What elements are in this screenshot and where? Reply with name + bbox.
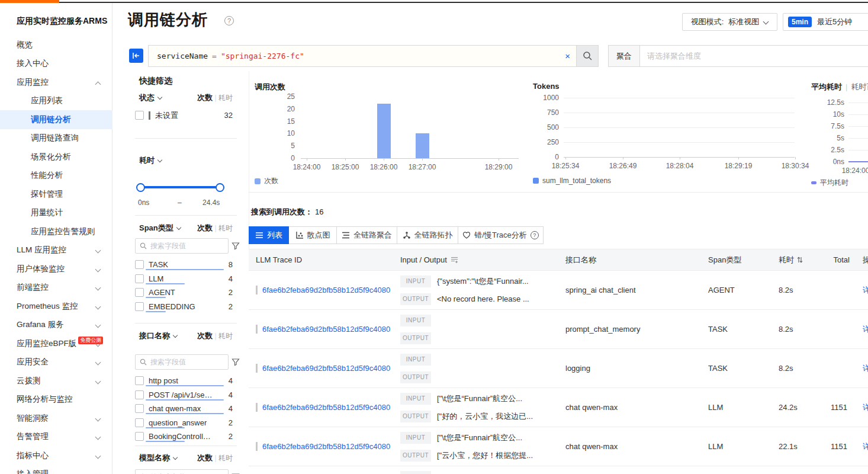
trace-id-link[interactable]: 6fae6b2feba69d2bfb58b12d5f9c4080 [262, 286, 390, 294]
sidebar-item-用户体验监控[interactable]: 用户体验监控 [0, 260, 112, 278]
sidebar-item-LLM 应用监控[interactable]: LLM 应用监控 [0, 241, 112, 260]
chart-title-toggle[interactable]: 平均耗时|耗时百分位 [811, 82, 868, 92]
filter-search-input[interactable]: 搜索字段值 [135, 238, 229, 254]
sidebar-item-指标中心[interactable]: 指标中心 [0, 446, 112, 465]
sidebar-item-接入管理[interactable]: 接入管理 [0, 465, 112, 474]
trace-id-link[interactable]: 6fae6b2feba69d2bfb58b12d5f9c4080 [262, 325, 390, 334]
sidebar-item-网络分析与监控[interactable]: 网络分析与监控 [0, 390, 112, 409]
io-format-icon[interactable] [451, 256, 458, 264]
checkbox[interactable] [135, 390, 144, 399]
tab-列表[interactable]: 列表 [249, 226, 289, 244]
detail-link[interactable]: 详情 [863, 285, 868, 296]
sidebar-item-应用监控告警规则[interactable]: 应用监控告警规则 [0, 222, 112, 241]
filter-section-name: 耗时 [139, 155, 155, 166]
x-axis-tick: 18:29:19 [718, 162, 759, 170]
top-progress-strip [0, 0, 868, 4]
sidebar-item-应用监控eBPF版[interactable]: 应用监控eBPF版免费公测 [0, 334, 112, 353]
legend-call-count[interactable]: 次数 [255, 176, 278, 186]
checkbox[interactable] [135, 432, 144, 441]
cell-total: 1151 [827, 442, 856, 451]
checkbox[interactable] [135, 418, 144, 427]
result-summary: 搜索到调用次数：16 [251, 207, 323, 217]
sidebar-item-应用安全[interactable]: 应用安全 [0, 353, 112, 372]
checkbox[interactable] [135, 111, 144, 120]
slider-knob-min[interactable] [136, 183, 145, 192]
filter-section-header-接口名称[interactable]: 接口名称次数 | 耗时 [139, 331, 233, 341]
bar-18:26:00[interactable] [377, 104, 391, 158]
checkbox[interactable] [135, 274, 144, 283]
detail-link[interactable]: 详情 [863, 324, 868, 335]
gridline [848, 126, 868, 127]
filter-funnel-icon[interactable] [232, 358, 240, 366]
y-axis-tick: 500 [527, 123, 559, 132]
page-help-icon[interactable]: ? [224, 16, 234, 25]
filter-item-未设置[interactable]: 未设置32 [135, 108, 233, 123]
time-range-picker[interactable]: 5min 最近5分钟 [783, 13, 868, 31]
trace-id-link[interactable]: 6fae6b2feba69d2bfb58b12d5f9c4080 [262, 442, 390, 451]
sidebar-item-用量统计[interactable]: 用量统计 [0, 204, 112, 223]
metric-toggle[interactable]: 次数 | 耗时 [197, 92, 233, 103]
cell-duration: 8.2s [770, 286, 827, 294]
metric-toggle[interactable]: 次数 | 耗时 [197, 223, 233, 233]
trace-id-link[interactable]: 6fae6b2feba69d2bfb58b12d5f9c4080 [262, 403, 390, 412]
sidebar-item-应用列表[interactable]: 应用列表 [0, 92, 112, 111]
checkbox[interactable] [135, 302, 144, 311]
sidebar-item-Grafana 服务[interactable]: Grafana 服务 [0, 316, 112, 335]
detail-link[interactable]: 详情 [863, 441, 868, 452]
y-axis-tick: 5s [793, 134, 844, 142]
tab-全链路聚合[interactable]: 全链路聚合 [336, 226, 397, 244]
trace-id-link[interactable]: 6fae6b2feba69d2bfb58b12d5f9c4080 [262, 364, 390, 373]
tab-散点图[interactable]: 散点图 [288, 226, 337, 244]
tab-help-icon[interactable]: ? [531, 231, 539, 239]
tab-错/慢Trace分析[interactable]: 错/慢Trace分析? [458, 226, 544, 244]
query-collapse-button[interactable] [129, 49, 143, 63]
sidebar-item-探针管理[interactable]: 探针管理 [0, 185, 112, 204]
checkbox[interactable] [135, 404, 144, 413]
filter-section-header-耗时[interactable]: 耗时 [139, 155, 233, 166]
sidebar-item-应用监控[interactable]: 应用监控 [0, 73, 112, 92]
sidebar-item-调用链路查询[interactable]: 调用链路查询 [0, 129, 112, 148]
cell-duration: 24.2s [770, 403, 827, 412]
duration-slider-track[interactable] [140, 186, 220, 188]
filter-section-header-状态[interactable]: 状态次数 | 耗时 [139, 92, 233, 103]
metric-toggle[interactable]: 次数 | 耗时 [197, 453, 233, 463]
filter-funnel-icon[interactable] [232, 242, 240, 250]
sidebar-item-调用链分析[interactable]: 调用链分析 [0, 110, 112, 129]
aggregate-input[interactable]: 请选择聚合维度 [640, 45, 868, 67]
metric-toggle[interactable]: 次数 | 耗时 [197, 331, 233, 341]
clear-query-icon[interactable]: × [565, 51, 570, 61]
filter-search-input[interactable]: 搜索字段值 [135, 354, 229, 370]
tab-全链路拓扑[interactable]: 全链路拓扑 [397, 226, 458, 244]
sidebar-item-概览[interactable]: 概览 [0, 36, 112, 55]
legend-tokens[interactable]: sum_llm_total_tokens [533, 177, 611, 185]
sidebar-item-接入中心[interactable]: 接入中心 [0, 55, 112, 73]
x-axis-line [564, 157, 795, 158]
input-badge: INPUT [400, 315, 431, 326]
sidebar-item-告警管理[interactable]: 告警管理 [0, 428, 112, 447]
trace-marker [256, 364, 258, 373]
checkbox[interactable] [135, 376, 144, 385]
chevron-down-icon [96, 267, 101, 271]
detail-link[interactable]: 详情 [863, 363, 868, 374]
checkbox[interactable] [135, 260, 144, 269]
slider-knob-max[interactable] [216, 183, 224, 192]
sort-icon[interactable] [797, 256, 803, 264]
checkbox[interactable] [135, 288, 144, 297]
search-button[interactable] [577, 45, 599, 67]
sidebar-item-云拨测[interactable]: 云拨测 [0, 371, 112, 390]
filter-section-header-模型名称[interactable]: 模型名称次数 | 耗时 [139, 453, 233, 463]
filter-search-input[interactable]: 搜索字段值 [135, 469, 229, 474]
query-input[interactable]: serviceName = "springai-2276-fc" × [148, 45, 577, 67]
filter-section-header-Span类型[interactable]: Span类型次数 | 耗时 [139, 223, 233, 233]
bar-18:27:00[interactable] [416, 133, 429, 158]
detail-link[interactable]: 详情 [863, 402, 868, 413]
column-header-label: Span类型 [708, 255, 741, 265]
table-row: 6fae6b2feba69d2bfb58b12d5f9c4080INPUT["\… [249, 427, 868, 466]
sidebar-item-Prometheus 监控[interactable]: Prometheus 监控 [0, 297, 112, 316]
legend-avg-duration[interactable]: 平均耗时 [811, 178, 848, 188]
sidebar-item-场景化分析[interactable]: 场景化分析 [0, 148, 112, 166]
sidebar-item-性能分析[interactable]: 性能分析 [0, 166, 112, 185]
view-mode-select[interactable]: 视图模式: 标准视图 [682, 13, 777, 31]
sidebar-item-智能洞察[interactable]: 智能洞察 [0, 409, 112, 428]
sidebar-item-前端监控[interactable]: 前端监控 [0, 278, 112, 297]
